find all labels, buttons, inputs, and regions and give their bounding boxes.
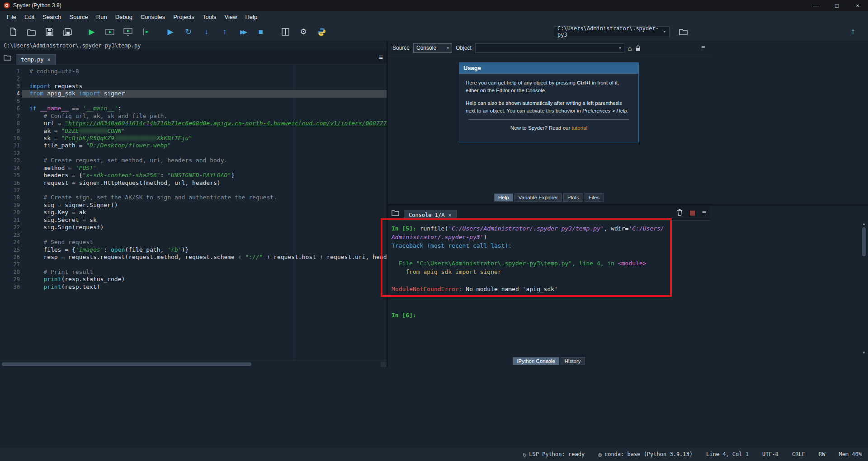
main-area: C:\Users\Administrator\.spyder-py3\temp.…	[0, 41, 868, 367]
console-tab-label: Console 1/A	[409, 212, 444, 218]
dropdown-arrow-icon[interactable]: ▾	[447, 46, 449, 50]
menu-run[interactable]: Run	[92, 14, 111, 20]
working-directory-combobox[interactable]: C:\Users\Administrator\.spyder-py3 ▾	[554, 26, 670, 37]
code-editor[interactable]: 1234567891011121314151617181920212223242…	[0, 65, 387, 361]
dropdown-arrow-icon[interactable]: ▾	[619, 46, 621, 50]
source-label: Source	[392, 45, 410, 51]
usage-body: Here you can get help of any object by p…	[459, 74, 639, 142]
working-directory-value: C:\Users\Administrator\.spyder-py3	[557, 25, 664, 38]
remove-console-trash-icon[interactable]	[677, 209, 683, 217]
source-value: Console	[416, 45, 436, 51]
run-cell-advance-button[interactable]	[120, 25, 136, 39]
menu-search[interactable]: Search	[38, 14, 65, 20]
tab-plots[interactable]: Plots	[563, 193, 583, 202]
console-pane-tabs: IPython Console History	[388, 357, 710, 365]
scrollbar-thumb[interactable]	[862, 227, 866, 256]
tab-variable-explorer[interactable]: Variable Explorer	[514, 193, 562, 202]
home-icon[interactable]: ⌂	[628, 44, 632, 52]
console-vertical-scrollbar[interactable]: ▲ ▼	[861, 222, 867, 355]
close-tab-icon[interactable]: ×	[47, 56, 51, 63]
editor-pane: C:\Users\Administrator\.spyder-py3\temp.…	[0, 41, 387, 367]
menu-tools[interactable]: Tools	[198, 14, 220, 20]
parent-directory-button[interactable]: ↑	[845, 25, 861, 38]
tab-ipython-console[interactable]: IPython Console	[513, 357, 559, 365]
tutorial-link[interactable]: tutorial	[572, 125, 588, 131]
scroll-up-arrow-icon[interactable]: ▲	[862, 222, 866, 226]
close-tab-icon[interactable]: ×	[448, 212, 451, 218]
usage-title: Usage	[459, 62, 639, 74]
tab-history[interactable]: History	[561, 357, 585, 365]
spyder-window: Spyder (Python 3.9) — □ × File Edit Sear…	[0, 0, 868, 461]
menu-debug[interactable]: Debug	[111, 14, 137, 20]
line-number-gutter: 1234567891011121314151617181920212223242…	[0, 68, 20, 291]
debug-continue-button[interactable]: ↻	[181, 25, 196, 39]
code-content[interactable]: # coding=utf-8import requestsfrom apig_s…	[22, 68, 387, 291]
object-label: Object	[456, 45, 472, 51]
stop-debug-button[interactable]: ■	[253, 25, 269, 39]
scroll-down-arrow-icon[interactable]: ▼	[862, 351, 866, 355]
menu-view[interactable]: View	[220, 14, 241, 20]
usage-separator	[468, 119, 629, 120]
run-cell-button[interactable]	[102, 25, 118, 39]
save-button[interactable]	[42, 25, 57, 39]
debug-step-into-button[interactable]: ↓	[199, 25, 214, 39]
run-file-button[interactable]: ▶	[84, 25, 99, 39]
tab-files[interactable]: Files	[585, 193, 604, 202]
menu-help[interactable]: Help	[241, 14, 261, 20]
debug-file-button[interactable]: ▶	[163, 25, 178, 39]
source-combobox[interactable]: Console ▾	[413, 43, 452, 53]
console-tab-bar: Console 1/A × ≡	[388, 206, 710, 221]
help-pane-tabs: Help Variable Explorer Plots Files	[388, 193, 710, 202]
save-all-button[interactable]	[60, 25, 75, 39]
title-bar: Spyder (Python 3.9) — □ ×	[0, 0, 868, 11]
encoding-status: UTF-8	[762, 451, 778, 457]
console-tab[interactable]: Console 1/A ×	[404, 210, 457, 220]
usage-paragraph-2: Help can also be shown automatically aft…	[466, 99, 632, 115]
scrollbar-thumb[interactable]	[2, 362, 251, 366]
editor-horizontal-scrollbar[interactable]	[0, 361, 387, 367]
debug-continue-execution-button[interactable]: ▶▶	[235, 25, 250, 39]
preferences-wrench-icon[interactable]: ⚙	[296, 25, 311, 39]
menu-file[interactable]: File	[3, 14, 20, 20]
editor-tab-temp-py[interactable]: temp.py ×	[16, 54, 56, 65]
debug-step-return-button[interactable]: ↑	[217, 25, 232, 39]
menu-projects[interactable]: Projects	[169, 14, 198, 20]
console-toolbar-icons: ≡	[677, 209, 706, 217]
menu-edit[interactable]: Edit	[20, 14, 38, 20]
interrupt-kernel-icon[interactable]	[690, 211, 695, 216]
lsp-status: ↻ LSP Python: ready	[523, 451, 585, 458]
browse-directory-button[interactable]	[675, 25, 691, 38]
object-combobox[interactable]: ▾	[475, 43, 624, 53]
conda-env-status: ◎ conda: base (Python 3.9.13)	[598, 451, 693, 458]
right-panel-column: Source Console ▾ Object ▾ ⌂ ≡	[388, 41, 868, 367]
ipython-console-pane: Console 1/A × ≡ In [5]: runfile('C:/User…	[388, 206, 868, 367]
console-options-menu-icon[interactable]: ≡	[702, 209, 706, 217]
browse-tabs-icon[interactable]	[392, 210, 399, 216]
memory-status: Mem 40%	[839, 451, 862, 457]
help-content: Usage Here you can get help of any objec…	[388, 55, 710, 193]
editor-options-menu-icon[interactable]: ≡	[379, 53, 383, 61]
close-button[interactable]: ×	[847, 0, 868, 11]
empty-area	[0, 367, 868, 447]
lock-icon[interactable]	[636, 45, 641, 51]
maximize-button[interactable]: □	[826, 0, 847, 11]
menu-source[interactable]: Source	[66, 14, 92, 20]
usage-box: Usage Here you can get help of any objec…	[459, 62, 639, 142]
permissions-status: RW	[819, 451, 825, 457]
pythonpath-manager-button[interactable]	[314, 25, 329, 39]
window-controls: — □ ×	[806, 0, 868, 11]
run-selection-button[interactable]	[138, 25, 154, 39]
dropdown-arrow-icon[interactable]: ▾	[664, 29, 666, 34]
maximize-pane-button[interactable]	[278, 25, 293, 39]
help-header: Source Console ▾ Object ▾ ⌂ ≡	[388, 41, 710, 55]
new-file-button[interactable]	[5, 25, 21, 39]
console-output[interactable]: In [5]: runfile('C:/Users/Administrator/…	[388, 221, 710, 357]
menu-consoles[interactable]: Consoles	[137, 14, 169, 20]
conda-icon: ◎	[598, 451, 602, 458]
help-options-menu-icon[interactable]: ≡	[701, 44, 705, 52]
usage-paragraph-1: Here you can get help of any object by p…	[466, 79, 632, 95]
browse-tabs-icon[interactable]	[4, 54, 11, 61]
tab-help[interactable]: Help	[494, 193, 513, 202]
open-file-button[interactable]	[24, 25, 39, 39]
minimize-button[interactable]: —	[806, 0, 826, 11]
